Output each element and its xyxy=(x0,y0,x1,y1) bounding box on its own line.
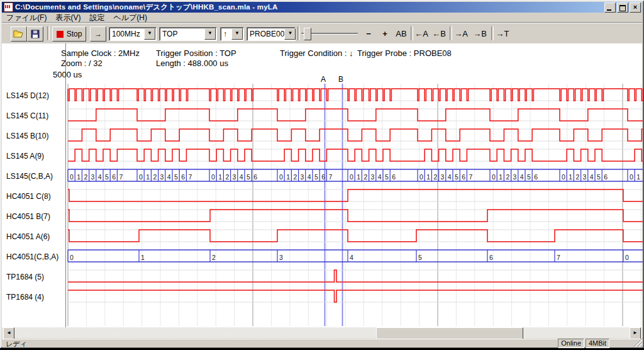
bus-value: 1 xyxy=(77,173,80,181)
bus-value: 2 xyxy=(225,173,229,181)
bus-value: 0 xyxy=(630,173,633,181)
bus-value: 3 xyxy=(583,173,587,181)
bus-value: 6 xyxy=(462,173,465,181)
bus-value: 0 xyxy=(70,173,74,181)
scrollbar-thumb[interactable] xyxy=(376,327,523,339)
bus-value: 7 xyxy=(119,173,123,181)
scroll-right-icon: ► xyxy=(633,330,638,336)
waveform-trace xyxy=(68,129,643,141)
bus-value: 1 xyxy=(286,173,290,181)
status-memory: 4MBit xyxy=(586,339,609,348)
bus-value: 0 xyxy=(419,173,423,181)
waveform-trace xyxy=(68,109,643,121)
bus-value: 2 xyxy=(153,173,157,181)
bus-value: 4 xyxy=(590,173,594,181)
bus-value: 1 xyxy=(141,254,145,261)
waveform-trace xyxy=(68,149,643,161)
bus-value: 2 xyxy=(293,173,297,181)
resize-grip[interactable] xyxy=(633,338,642,347)
bus-value: 4 xyxy=(98,173,102,181)
bus-value: 4 xyxy=(350,254,353,261)
bus-value: 3 xyxy=(371,173,375,181)
waveform-trace xyxy=(68,210,643,222)
bus-value: 6 xyxy=(604,173,608,181)
bus-value: 2 xyxy=(84,173,87,181)
bus-value: 1 xyxy=(357,173,360,181)
bus-value: 5 xyxy=(247,173,250,181)
bus-value: 4 xyxy=(240,173,243,181)
bus-value: 1 xyxy=(218,173,222,181)
bus-value: 3 xyxy=(160,173,164,181)
bus-value: 3 xyxy=(301,173,304,181)
bus-value: 3 xyxy=(233,173,236,181)
bus-value: 7 xyxy=(328,173,332,181)
bus-value: 4 xyxy=(167,173,171,181)
bus-value: 4 xyxy=(308,173,311,181)
bus-value: 0 xyxy=(492,173,496,181)
bus-value: 5 xyxy=(385,173,389,181)
bus-value: 5 xyxy=(418,254,422,261)
horizontal-scrollbar[interactable]: ◄ ► xyxy=(2,327,642,338)
bus-value: 1 xyxy=(426,173,430,181)
bus-value: 0 xyxy=(625,254,629,261)
bus-value: 4 xyxy=(520,173,524,181)
bus-value: 6 xyxy=(253,173,257,181)
bus-value: 6 xyxy=(181,173,185,181)
waveform-trace xyxy=(68,89,643,101)
bus-value: 1 xyxy=(569,173,572,181)
bus-value: 5 xyxy=(174,173,178,181)
bus-value: 6 xyxy=(321,173,325,181)
bus-value: 1 xyxy=(499,173,502,181)
bus-value: 2 xyxy=(433,173,437,181)
bus-value: 5 xyxy=(455,173,458,181)
waveform-trace xyxy=(68,230,643,242)
bus-value: 5 xyxy=(314,173,318,181)
bus-value: 1 xyxy=(636,173,640,181)
bus-value: 2 xyxy=(575,173,579,181)
bus-value: 3 xyxy=(441,173,445,181)
bus-value: 4 xyxy=(378,173,382,181)
bus-value: 0 xyxy=(350,173,353,181)
app-window: C:\Documents and Settings\noname\デスクトップ\… xyxy=(0,0,644,348)
bus-value: 5 xyxy=(597,173,601,181)
scroll-left-icon: ◄ xyxy=(6,330,11,336)
bus-value: 4 xyxy=(448,173,452,181)
bus-value: 5 xyxy=(105,173,109,181)
bus-value: 3 xyxy=(279,254,283,261)
bus-value: 6 xyxy=(392,173,396,181)
bus-value: 2 xyxy=(212,254,216,261)
bus-value: 7 xyxy=(188,173,192,181)
status-bar: レディ Online 4MBit xyxy=(2,339,642,347)
bus-value: 0 xyxy=(139,173,143,181)
bus-value: 3 xyxy=(513,173,517,181)
bus-value: 0 xyxy=(562,173,565,181)
status-online: Online xyxy=(558,339,584,348)
bus-value: 6 xyxy=(489,254,493,261)
bus-value: 2 xyxy=(506,173,509,181)
bus-value: 6 xyxy=(534,173,538,181)
scroll-left-button[interactable]: ◄ xyxy=(3,327,14,339)
bus-value: 2 xyxy=(364,173,367,181)
bus-value: 0 xyxy=(70,254,74,261)
bus-value: 5 xyxy=(527,173,531,181)
waveform-plot: 0123456701234567012345601234567012345601… xyxy=(0,0,644,348)
waveform-trace xyxy=(68,270,643,282)
bus-value: 7 xyxy=(469,173,472,181)
status-ready: レディ xyxy=(6,339,27,349)
bus-value: 1 xyxy=(146,173,150,181)
bus-value: 0 xyxy=(279,173,283,181)
bus-value: 3 xyxy=(91,173,95,181)
waveform-trace xyxy=(68,189,643,201)
bus-value: 6 xyxy=(112,173,116,181)
bus-value: 7 xyxy=(557,254,560,261)
bus-value: 0 xyxy=(211,173,215,181)
waveform-trace xyxy=(68,290,643,302)
